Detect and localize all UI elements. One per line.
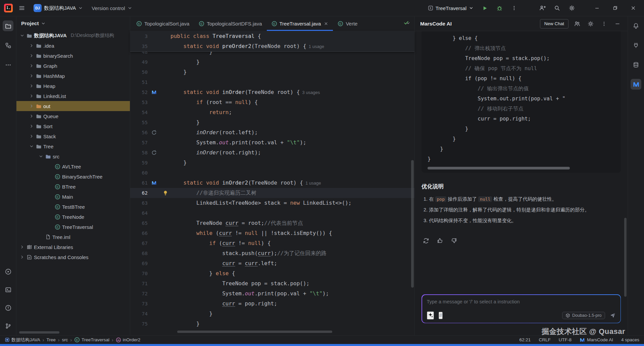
recursive-gutter-icon[interactable] <box>148 148 160 158</box>
editor-tab-verte[interactable]: CVerte <box>333 16 362 31</box>
ai-vertical-scrollbar[interactable] <box>624 218 627 297</box>
recursive-gutter-icon[interactable] <box>148 128 160 138</box>
code-line-52[interactable]: 52 static void inOrder(TreeNode root) { … <box>130 87 414 97</box>
main-menu-button[interactable] <box>16 2 28 14</box>
marscode-gutter-icon[interactable] <box>148 178 160 188</box>
tree-item-treenode[interactable]: CTreeNode <box>16 212 130 222</box>
code-line-53[interactable]: 53 if (root == null) { <box>130 97 414 107</box>
code-line-69[interactable]: 69 curr = curr.left; <box>130 258 414 268</box>
editor-tab-topologicalsort-java[interactable]: CTopologicalSort.java <box>132 16 194 31</box>
code-line-50[interactable]: 50 } <box>130 67 414 77</box>
tree-item--idea[interactable]: .idea <box>16 41 130 51</box>
more-tool-button[interactable] <box>3 59 13 70</box>
tree-item-stack[interactable]: Stack <box>16 131 130 141</box>
tree-item-avltree[interactable]: CAVLTree <box>16 161 130 171</box>
code-line-67[interactable]: 67 if (curr != null) { <box>130 238 414 248</box>
project-selector[interactable]: DJ 数据结构JAVA <box>31 3 86 13</box>
tree-item-src[interactable]: src <box>16 151 130 161</box>
tree-item-tree-iml[interactable]: Tree.iml <box>16 232 130 242</box>
code-line-62[interactable]: 62 //非递归实现遍历二叉树 <box>130 188 414 198</box>
project-horizontal-scrollbar[interactable] <box>19 331 59 334</box>
code-line-54[interactable]: 54 return; <box>130 107 414 117</box>
inspections-ok-icon[interactable] <box>403 20 409 26</box>
code-line-74[interactable]: 74 } <box>130 309 414 319</box>
project-tool-button[interactable] <box>3 20 13 31</box>
run-config-selector[interactable]: TreeTraversal <box>426 4 476 12</box>
database-tool-button[interactable] <box>631 59 641 70</box>
thumbs-up-button[interactable] <box>436 236 444 245</box>
marscode-gutter-icon[interactable] <box>148 87 160 97</box>
ai-plugin-tool-button[interactable] <box>631 40 641 51</box>
tree-item-hashmap[interactable]: HashMap <box>16 71 130 81</box>
ai-settings-button[interactable] <box>586 19 595 29</box>
code-line-72[interactable]: 72 System.out.print(pop.val + "\t"); <box>130 289 414 299</box>
code-line-3[interactable]: 3public class TreeTraversal { <box>130 31 414 41</box>
more-actions-button[interactable] <box>508 2 520 14</box>
marscode-status[interactable]: MarsCode AI <box>580 337 613 343</box>
code-line-35[interactable]: 35 static void preOrder2(TreeNode root) … <box>130 41 414 51</box>
file-encoding[interactable]: UTF-8 <box>559 337 572 342</box>
tree-item-out[interactable]: out <box>16 101 130 111</box>
tree-item-testbtree[interactable]: CTestBTree <box>16 202 130 212</box>
code-line-68[interactable]: 68 stack.push(curr);//为了记住回来的路 <box>130 248 414 258</box>
code-line-61[interactable]: 61 static void inOrder2(TreeNode root) {… <box>130 178 414 188</box>
breadcrumb-item-tree[interactable]: Tree <box>46 337 55 342</box>
code-line-75[interactable]: 75 } <box>130 319 414 329</box>
code-line-64[interactable]: 64 <box>130 208 414 218</box>
intention-bulb-icon[interactable] <box>160 188 170 198</box>
caret-position[interactable]: 62:21 <box>519 337 531 342</box>
code-line-58[interactable]: 58 inOrder(root.right); <box>130 148 414 158</box>
line-separator[interactable]: CRLF <box>539 337 550 342</box>
code-line-65[interactable]: 65 TreeNode curr = root;//代表当前节点 <box>130 218 414 228</box>
close-tab-icon[interactable] <box>324 21 328 26</box>
code-line-59[interactable]: 59 } <box>130 158 414 168</box>
code-line-49[interactable]: 49 } <box>130 57 414 67</box>
code-line-70[interactable]: 70 } else { <box>130 268 414 279</box>
context-button[interactable]: # <box>439 312 443 319</box>
tree-item--java[interactable]: 数据结构JAVAD:\Desktop\数据结构 <box>16 31 130 41</box>
breadcrumb-item--java[interactable]: 数据结构JAVA <box>5 337 40 343</box>
tree-item-main[interactable]: CMain <box>16 192 130 202</box>
project-panel-header[interactable]: Project <box>16 16 130 31</box>
run-button[interactable] <box>479 2 490 14</box>
regenerate-button[interactable] <box>422 236 430 245</box>
version-control-tool-button[interactable] <box>3 320 13 331</box>
code-line-51[interactable]: 51 <box>130 77 414 87</box>
notifications-tool-button[interactable] <box>631 20 641 31</box>
tree-item-linkedlist[interactable]: LinkedList <box>16 91 130 101</box>
tree-item-graph[interactable]: Graph <box>16 61 130 71</box>
tree-item-heap[interactable]: Heap <box>16 81 130 91</box>
debug-button[interactable] <box>494 2 505 14</box>
code-line-56[interactable]: 56 inOrder(root.left); <box>130 128 414 138</box>
restore-button[interactable] <box>608 2 623 14</box>
editor-horizontal-scrollbar[interactable] <box>177 331 332 333</box>
terminal-tool-button[interactable] <box>3 284 13 295</box>
settings-button[interactable] <box>566 2 578 14</box>
send-button[interactable] <box>610 312 616 318</box>
run-tool-button[interactable] <box>3 266 13 277</box>
tree-item-btree[interactable]: CBTree <box>16 182 130 192</box>
code-line-63[interactable]: 63 LinkedList<TreeNode> stack = new Link… <box>130 198 414 208</box>
code-line-73[interactable]: 73 curr = pop.right; <box>130 299 414 309</box>
breadcrumb-item-inorder2[interactable]: minOrder2 <box>116 337 141 343</box>
code-line-66[interactable]: 66 while (curr != null || !stack.isEmpty… <box>130 228 414 238</box>
search-everywhere-button[interactable] <box>551 2 563 14</box>
tree-item-queue[interactable]: Queue <box>16 111 130 121</box>
hide-panel-button[interactable] <box>613 19 622 29</box>
close-button[interactable] <box>626 2 641 14</box>
code-line-60[interactable]: 60 <box>130 168 414 178</box>
tree-item-binarysearch[interactable]: binarySearch <box>16 51 130 61</box>
editor-vertical-scrollbar[interactable] <box>411 160 414 288</box>
tree-item-tree[interactable]: Tree <box>16 141 130 151</box>
tree-item-sort[interactable]: Sort <box>16 121 130 131</box>
code-line-57[interactable]: 57 System.out.print(root.val + "\t"); <box>130 138 414 148</box>
thumbs-down-button[interactable] <box>450 236 458 245</box>
code-line-48[interactable]: 48 } <box>130 52 414 57</box>
model-selector[interactable]: Doubao-1.5-pro <box>562 312 605 319</box>
code-with-me-button[interactable] <box>537 2 548 14</box>
editor-tab-treetraversal-java[interactable]: CTreeTraversal.java <box>267 16 333 31</box>
community-button[interactable] <box>573 19 582 29</box>
code-line-71[interactable]: 71 TreeNode pop = stack.pop(); <box>130 279 414 289</box>
indent-style[interactable]: 4 spaces <box>621 337 639 342</box>
breadcrumb-item-treetraversal[interactable]: CTreeTraversal <box>74 337 109 343</box>
